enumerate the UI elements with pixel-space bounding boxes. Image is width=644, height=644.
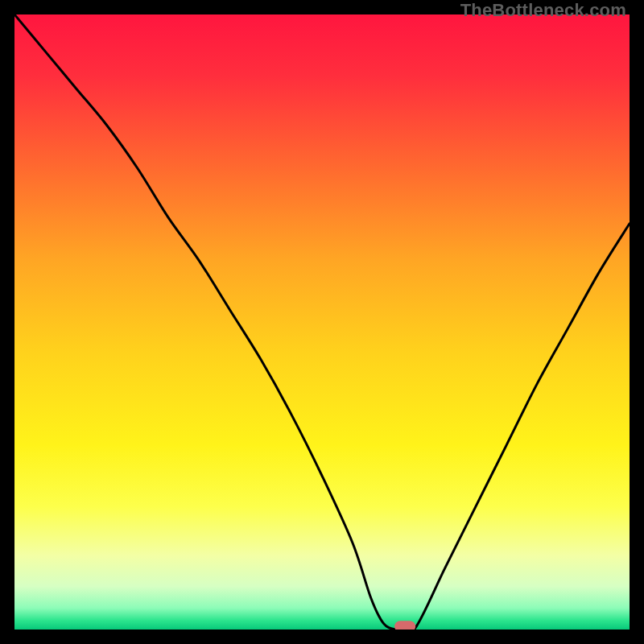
watermark-text: TheBottleneck.com bbox=[460, 0, 626, 21]
optimal-marker bbox=[394, 621, 415, 630]
chart-stage: TheBottleneck.com bbox=[0, 0, 644, 644]
chart-svg bbox=[14, 14, 630, 630]
gradient-background bbox=[14, 14, 630, 630]
plot-area bbox=[14, 14, 630, 630]
